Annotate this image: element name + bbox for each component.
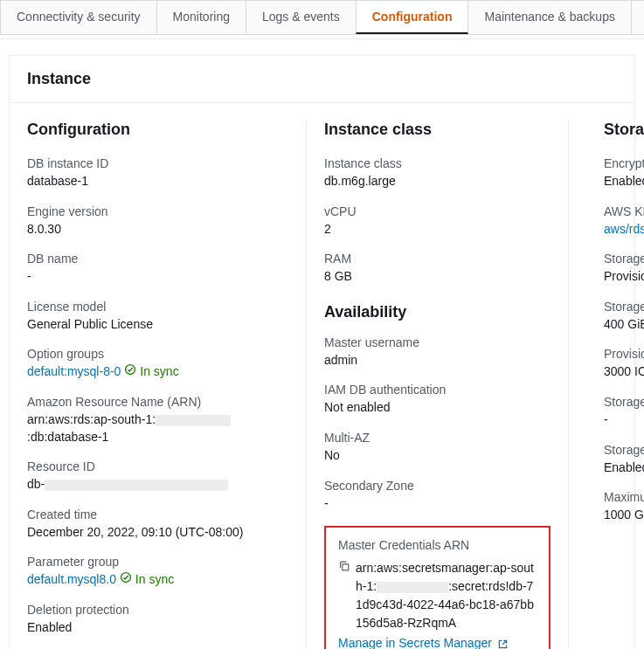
tab-logs-events[interactable]: Logs & events — [246, 0, 357, 34]
field-iam-auth: IAM DB authentication Not enabled — [324, 383, 551, 417]
label-storage-type: Storage typ — [604, 252, 644, 266]
value-multi-az: No — [324, 447, 551, 465]
label-kms-key: AWS KMS k — [604, 204, 644, 218]
value-deletion-protection: Enabled — [27, 619, 288, 637]
panel-title: Instance — [27, 70, 617, 88]
value-license-model: General Public License — [27, 316, 288, 334]
heading-configuration: Configuration — [27, 121, 288, 139]
label-resource-id: Resource ID — [27, 459, 288, 473]
value-kms-key: aws/rds — [604, 221, 644, 238]
tab-underline — [0, 38, 644, 39]
field-vcpu: vCPU 2 — [324, 204, 551, 238]
label-ram: RAM — [324, 252, 551, 266]
tab-bar: Connectivity & security Monitoring Logs … — [0, 0, 644, 35]
tab-monitoring[interactable]: Monitoring — [156, 0, 246, 34]
label-iam-auth: IAM DB authentication — [324, 383, 551, 397]
columns: Configuration DB instance ID database-1 … — [10, 103, 634, 649]
field-arn: Amazon Resource Name (ARN) arn:aws:rds:a… — [27, 395, 288, 445]
label-db-instance-id: DB instance ID — [27, 156, 288, 170]
master-credentials-callout: Master Credentials ARN arn:aws:secretsma… — [324, 526, 551, 649]
field-storage-type: Storage typ Provisioned — [604, 252, 644, 286]
status-option-group: In sync — [124, 363, 178, 381]
value-master-creds-arn: arn:aws:secretsmanager:ap-south-1::secre… — [356, 559, 537, 632]
value-engine-version: 8.0.30 — [27, 221, 288, 238]
tab-connectivity-security[interactable]: Connectivity & security — [0, 0, 157, 34]
value-master-username: admin — [324, 352, 551, 369]
panel-header: Instance — [10, 56, 634, 103]
label-option-groups: Option groups — [27, 347, 288, 361]
tab-tags-truncated[interactable]: Ta — [631, 0, 644, 34]
arn-prefix: arn:aws:rds:ap-south-1: — [27, 412, 156, 426]
field-resource-id: Resource ID db- — [27, 459, 288, 494]
field-instance-class: Instance class db.m6g.large — [324, 156, 551, 190]
status-parameter-group: In sync — [120, 571, 174, 589]
col-configuration: Configuration DB instance ID database-1 … — [27, 121, 307, 649]
label-storage: Storage — [604, 300, 644, 314]
value-db-name: - — [27, 268, 288, 286]
label-db-name: DB name — [27, 252, 288, 266]
value-storage-throughput: - — [604, 411, 644, 429]
label-provisioned-iops: Provisioned — [604, 347, 644, 361]
tab-maintenance-backups[interactable]: Maintenance & backups — [467, 0, 631, 34]
value-resource-id: db- — [27, 476, 288, 494]
label-engine-version: Engine version — [27, 204, 288, 218]
heading-storage: Storage — [604, 121, 644, 139]
field-parameter-group: Parameter group default.mysql8.0 In sync — [27, 555, 288, 589]
label-storage-autoscaling: Storage aut — [604, 443, 644, 457]
field-secondary-zone: Secondary Zone - — [324, 479, 551, 513]
field-storage: Storage 400 GiB — [604, 300, 644, 334]
value-parameter-group: default.mysql8.0 In sync — [27, 571, 288, 589]
instance-panel: Instance Configuration DB instance ID da… — [9, 55, 635, 649]
field-db-instance-id: DB instance ID database-1 — [27, 156, 288, 190]
manage-secrets-row: Manage in Secrets Manager — [338, 636, 537, 649]
label-parameter-group: Parameter group — [27, 555, 288, 569]
link-parameter-group[interactable]: default.mysql8.0 — [27, 572, 116, 586]
resource-id-redacted — [45, 480, 228, 491]
check-circle-icon — [124, 363, 136, 381]
label-deletion-protection: Deletion protection — [27, 603, 288, 617]
label-secondary-zone: Secondary Zone — [324, 479, 551, 493]
value-option-groups: default:mysql-8-0 In sync — [27, 363, 288, 381]
resource-id-prefix: db- — [27, 477, 45, 491]
field-engine-version: Engine version 8.0.30 — [27, 204, 288, 238]
field-ram: RAM 8 GB — [324, 252, 551, 286]
value-provisioned-iops: 3000 IOPS — [604, 363, 644, 381]
label-encryption: Encryption — [604, 156, 644, 170]
external-link-icon — [497, 639, 509, 649]
status-text-option-group: In sync — [140, 363, 178, 381]
value-secondary-zone: - — [324, 495, 551, 513]
link-kms-text: aws/rds — [604, 222, 644, 236]
status-text-parameter-group: In sync — [135, 571, 174, 589]
field-storage-throughput: Storage thr - — [604, 395, 644, 429]
label-storage-throughput: Storage thr — [604, 395, 644, 409]
field-provisioned-iops: Provisioned 3000 IOPS — [604, 347, 644, 381]
field-deletion-protection: Deletion protection Enabled — [27, 603, 288, 637]
label-license-model: License model — [27, 300, 288, 314]
value-storage-autoscaling: Enabled — [604, 459, 644, 477]
svg-rect-2 — [343, 564, 349, 570]
label-master-username: Master username — [324, 335, 551, 349]
label-multi-az: Multi-AZ — [324, 431, 551, 445]
value-encryption: Enabled — [604, 173, 644, 190]
field-kms-key: AWS KMS k aws/rds — [604, 204, 644, 238]
value-db-instance-id: database-1 — [27, 173, 288, 190]
link-option-group[interactable]: default:mysql-8-0 — [27, 364, 121, 378]
value-vcpu: 2 — [324, 221, 551, 238]
link-manage-secrets[interactable]: Manage in Secrets Manager — [338, 636, 509, 649]
field-max-storage: Maximum s 1000 GiB — [604, 490, 644, 524]
heading-instance-class: Instance class — [324, 121, 551, 139]
label-instance-class: Instance class — [324, 156, 551, 170]
field-encryption: Encryption Enabled — [604, 156, 644, 190]
tab-configuration[interactable]: Configuration — [356, 0, 469, 34]
link-manage-secrets-text: Manage in Secrets Manager — [338, 636, 492, 649]
link-kms-key[interactable]: aws/rds — [604, 222, 644, 236]
field-db-name: DB name - — [27, 252, 288, 286]
label-arn: Amazon Resource Name (ARN) — [27, 395, 288, 409]
field-master-username: Master username admin — [324, 335, 551, 369]
field-storage-autoscaling: Storage aut Enabled — [604, 443, 644, 477]
value-storage-type: Provisioned — [604, 268, 644, 286]
check-circle-icon — [120, 571, 132, 589]
arn-redacted-account — [156, 415, 231, 426]
arn-suffix: :db:database-1 — [27, 430, 108, 444]
copy-icon[interactable] — [338, 560, 350, 575]
